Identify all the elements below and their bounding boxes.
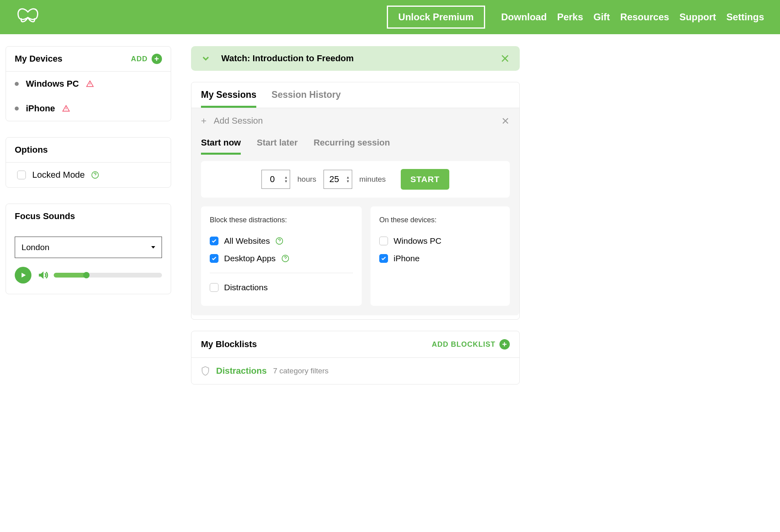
- distractions-column: Block these distractions: All Websites: [201, 206, 362, 306]
- device-row[interactable]: iPhone: [6, 96, 171, 121]
- help-icon[interactable]: [275, 237, 283, 245]
- sessions-panel: My Sessions Session History + Add Sessio…: [191, 82, 520, 320]
- device-name: Windows PC: [26, 79, 79, 89]
- app-header: Unlock Premium Download Perks Gift Resou…: [0, 0, 780, 34]
- locked-mode-label: Locked Mode: [32, 170, 85, 180]
- checkbox-all-websites[interactable]: [210, 237, 218, 245]
- plus-icon: +: [152, 54, 162, 64]
- checkbox-blocklist-distractions[interactable]: [210, 283, 218, 292]
- close-banner-button[interactable]: [500, 53, 510, 64]
- subtab-recurring[interactable]: Recurring session: [314, 134, 390, 155]
- shield-icon: [201, 366, 210, 376]
- tab-session-history[interactable]: Session History: [271, 89, 341, 108]
- add-device-button[interactable]: ADD +: [131, 54, 162, 64]
- warning-triangle-icon: [62, 105, 70, 113]
- blocklist-name: Distractions: [216, 366, 267, 376]
- help-icon[interactable]: [281, 254, 289, 262]
- devices-title: My Devices: [15, 54, 62, 64]
- focus-sounds-panel: Focus Sounds London: [6, 204, 171, 294]
- plus-icon: +: [499, 339, 510, 349]
- status-dot-icon: [15, 107, 19, 111]
- blocklist-item-label: Distractions: [224, 283, 268, 292]
- nav-perks[interactable]: Perks: [557, 12, 583, 23]
- warning-triangle-icon: [86, 80, 94, 88]
- unlock-premium-button[interactable]: Unlock Premium: [387, 6, 485, 29]
- add-blocklist-label: ADD BLOCKLIST: [432, 340, 495, 349]
- distractions-heading: Block these distractions:: [210, 216, 353, 224]
- focus-sound-select[interactable]: London: [15, 237, 162, 258]
- devices-column: On these devices: Windows PC iPhone: [370, 206, 510, 306]
- hours-label: hours: [297, 175, 316, 184]
- close-add-session-button[interactable]: [501, 116, 510, 125]
- devices-heading: On these devices:: [379, 216, 501, 224]
- nav-settings[interactable]: Settings: [726, 12, 764, 23]
- start-button[interactable]: START: [401, 169, 449, 190]
- subtab-start-now[interactable]: Start now: [201, 134, 241, 155]
- volume-icon[interactable]: [37, 270, 48, 281]
- stepper-icon[interactable]: ▲▼: [346, 175, 350, 183]
- help-icon[interactable]: [91, 171, 99, 179]
- device-name: iPhone: [26, 103, 55, 114]
- chevron-down-icon: [201, 53, 211, 64]
- nav-links: Download Perks Gift Resources Support Se…: [501, 12, 764, 23]
- subtab-start-later[interactable]: Start later: [257, 134, 298, 155]
- chevron-down-icon: [151, 246, 155, 249]
- distraction-label: Desktop Apps: [224, 254, 276, 263]
- nav-resources[interactable]: Resources: [620, 12, 669, 23]
- intro-banner[interactable]: Watch: Introduction to Freedom: [191, 46, 520, 71]
- tab-my-sessions[interactable]: My Sessions: [201, 89, 256, 108]
- focus-sounds-title: Focus Sounds: [15, 211, 75, 221]
- plus-icon: +: [201, 115, 207, 126]
- volume-slider-fill: [54, 273, 86, 278]
- nav-support[interactable]: Support: [679, 12, 716, 23]
- blocklist-meta: 7 category filters: [273, 367, 328, 375]
- blocklists-panel: My Blocklists ADD BLOCKLIST + Distractio…: [191, 331, 520, 384]
- status-dot-icon: [15, 82, 19, 86]
- volume-slider[interactable]: [54, 273, 162, 278]
- nav-download[interactable]: Download: [501, 12, 547, 23]
- locked-mode-checkbox[interactable]: [17, 171, 26, 179]
- add-blocklist-button[interactable]: ADD BLOCKLIST +: [432, 339, 510, 349]
- nav-gift[interactable]: Gift: [593, 12, 610, 23]
- blocklists-title: My Blocklists: [201, 339, 257, 349]
- add-device-label: ADD: [131, 55, 148, 63]
- timer-row: ▲▼ hours ▲▼ minutes START: [201, 161, 510, 198]
- device-option-label: Windows PC: [394, 236, 441, 246]
- options-panel: Options Locked Mode: [6, 137, 171, 188]
- play-button[interactable]: [15, 267, 31, 283]
- device-row[interactable]: Windows PC: [6, 72, 171, 96]
- options-title: Options: [15, 145, 48, 155]
- checkbox-device-iphone[interactable]: [379, 254, 388, 263]
- logo-butterfly-icon: [16, 7, 40, 27]
- add-session-label[interactable]: Add Session: [214, 116, 263, 126]
- distraction-label: All Websites: [224, 236, 270, 246]
- blocklist-row[interactable]: Distractions 7 category filters: [191, 358, 519, 384]
- banner-title: Watch: Introduction to Freedom: [221, 53, 354, 64]
- minutes-label: minutes: [359, 175, 386, 184]
- checkbox-device-windows[interactable]: [379, 237, 388, 245]
- device-option-label: iPhone: [394, 254, 419, 263]
- checkbox-desktop-apps[interactable]: [210, 254, 218, 263]
- devices-panel: My Devices ADD + Windows PC iPhone: [6, 46, 171, 121]
- stepper-icon[interactable]: ▲▼: [284, 175, 288, 183]
- focus-sound-selected: London: [21, 243, 49, 252]
